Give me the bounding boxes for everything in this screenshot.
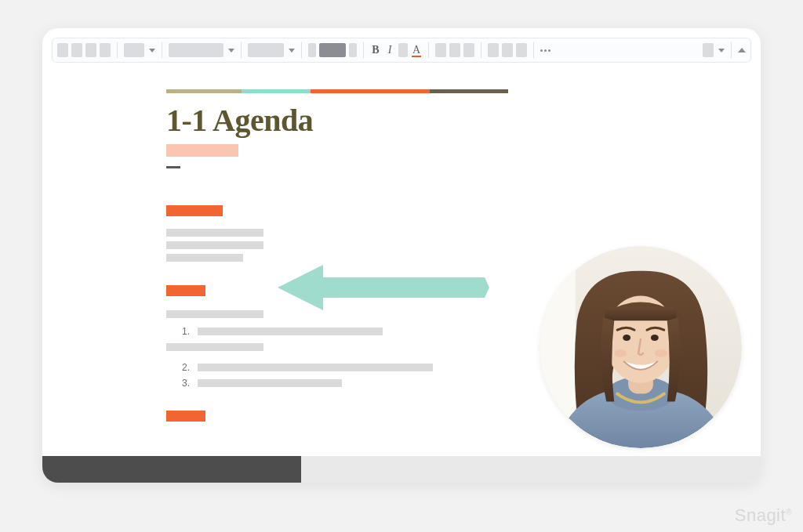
svg-rect-7 (605, 306, 676, 320)
toolbar-separator (533, 42, 534, 58)
toolbar-group-align (488, 43, 527, 57)
horizontal-rule (166, 166, 180, 168)
font-size-control[interactable] (308, 43, 357, 57)
toolbar-separator (241, 42, 242, 58)
section-heading-placeholder[interactable] (166, 411, 205, 422)
document-title[interactable]: 1-1 Agenda (166, 102, 313, 139)
chevron-down-icon (718, 49, 725, 52)
stripe-segment (311, 89, 430, 93)
toolbar-group-undo (57, 43, 111, 57)
toolbar-separator (731, 42, 732, 58)
stripe-segment (166, 89, 242, 93)
toolbar-group-insert (435, 43, 474, 57)
chevron-down-icon (228, 49, 234, 52)
svg-point-10 (614, 349, 627, 357)
svg-point-9 (651, 335, 659, 341)
text-line-placeholder[interactable] (166, 254, 243, 262)
chevron-down-icon (149, 49, 155, 52)
list-item-placeholder[interactable] (198, 328, 383, 335)
toolbar-separator (363, 42, 364, 58)
text-line-placeholder[interactable] (166, 310, 263, 318)
print-button[interactable] (85, 43, 96, 57)
webcam-avatar[interactable] (540, 246, 742, 448)
stripe-segment (430, 89, 508, 93)
text-color-button[interactable]: A (411, 44, 422, 56)
undo-button[interactable] (57, 43, 68, 57)
chevron-down-icon (289, 49, 295, 52)
list-item-placeholder[interactable] (198, 379, 342, 387)
svg-point-11 (655, 349, 667, 357)
toolbar-separator (117, 42, 118, 58)
insert-image-button[interactable] (463, 43, 474, 57)
redo-button[interactable] (71, 43, 82, 57)
list-button[interactable] (516, 43, 527, 57)
toolbar-separator (162, 42, 162, 58)
svg-point-8 (623, 335, 630, 341)
list-item-placeholder[interactable] (198, 364, 433, 371)
watermark: Snagit® (735, 505, 792, 526)
more-options-button[interactable] (540, 49, 550, 52)
text-line-placeholder[interactable] (166, 229, 263, 237)
italic-button[interactable]: I (384, 44, 395, 56)
text-line-placeholder[interactable] (166, 241, 263, 249)
insert-comment-button[interactable] (449, 43, 460, 57)
section-heading-placeholder[interactable] (166, 285, 205, 296)
stripe-segment (242, 89, 311, 93)
text-line-placeholder[interactable] (166, 343, 263, 351)
section-heading-placeholder[interactable] (166, 205, 223, 216)
list-number: 3. (182, 378, 190, 389)
style-dropdown[interactable] (169, 43, 234, 57)
playback-progress (42, 456, 301, 483)
list-number: 2. (182, 362, 190, 373)
editor-window: B I A 1-1 Agenda (42, 28, 761, 483)
paint-format-button[interactable] (100, 43, 111, 57)
insert-link-button[interactable] (435, 43, 446, 57)
collapse-toolbar-button[interactable] (738, 48, 746, 52)
toolbar-separator (301, 42, 302, 58)
toolbar-separator (481, 42, 481, 58)
bold-button[interactable]: B (370, 44, 381, 56)
formatting-toolbar: B I A (52, 38, 751, 63)
line-spacing-button[interactable] (502, 43, 513, 57)
zoom-dropdown[interactable] (124, 43, 155, 57)
align-button[interactable] (488, 43, 499, 57)
editing-mode-dropdown[interactable] (703, 43, 725, 57)
font-dropdown[interactable] (248, 43, 295, 57)
highlighted-date-placeholder[interactable] (166, 144, 238, 157)
underline-button[interactable] (398, 43, 408, 57)
color-stripe-divider (166, 89, 508, 93)
list-number: 1. (182, 326, 190, 337)
toolbar-separator (428, 42, 429, 58)
playback-timeline[interactable] (42, 456, 761, 483)
